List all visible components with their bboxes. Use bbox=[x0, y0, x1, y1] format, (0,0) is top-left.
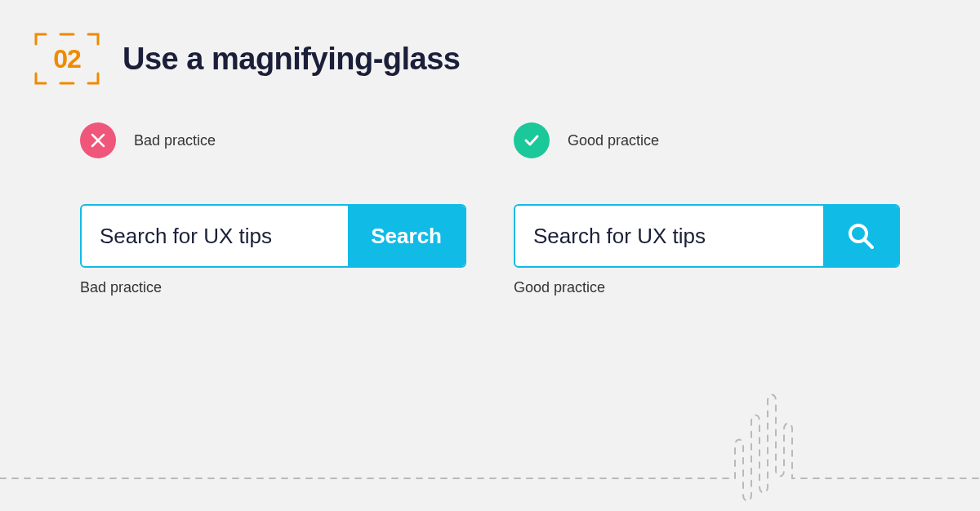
good-searchbar: Search for UX tips bbox=[514, 204, 900, 268]
search-icon bbox=[845, 220, 876, 251]
good-badge-row: Good practice bbox=[514, 122, 900, 158]
check-icon bbox=[514, 122, 550, 158]
good-badge-label: Good practice bbox=[568, 132, 659, 149]
tip-number: 02 bbox=[53, 44, 81, 74]
bad-badge-label: Bad practice bbox=[134, 132, 216, 149]
search-button[interactable]: Search bbox=[348, 206, 465, 266]
page-title: Use a magnifying-glass bbox=[122, 42, 460, 77]
search-input[interactable]: Search for UX tips bbox=[515, 206, 823, 266]
svg-line-1 bbox=[865, 240, 872, 247]
bad-badge-row: Bad practice bbox=[80, 122, 466, 158]
search-button[interactable] bbox=[823, 206, 898, 266]
bad-searchbar: Search for UX tips Search bbox=[80, 204, 466, 268]
x-icon bbox=[80, 122, 116, 158]
number-frame: 02 bbox=[34, 33, 100, 85]
header: 02 Use a magnifying-glass bbox=[34, 33, 460, 85]
search-input[interactable]: Search for UX tips bbox=[82, 206, 348, 266]
examples-row: Bad practice Search for UX tips Search B… bbox=[80, 122, 900, 296]
good-caption: Good practice bbox=[514, 279, 900, 296]
bad-caption: Bad practice bbox=[80, 279, 466, 296]
decorative-wave bbox=[0, 372, 980, 511]
good-example: Good practice Search for UX tips Good pr… bbox=[514, 122, 900, 296]
search-button-label: Search bbox=[371, 224, 442, 249]
bad-example: Bad practice Search for UX tips Search B… bbox=[80, 122, 466, 296]
